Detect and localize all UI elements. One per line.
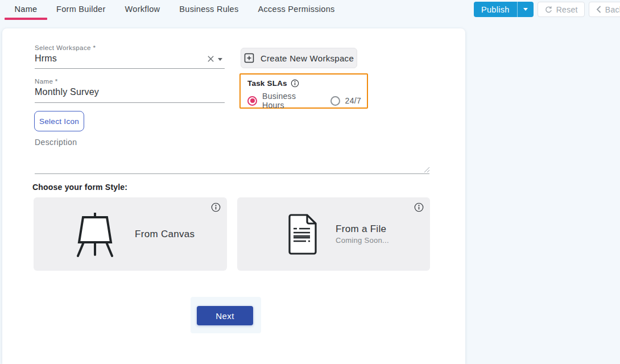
next-button[interactable]: Next xyxy=(197,306,253,325)
workspace-dropdown-button[interactable] xyxy=(217,57,224,61)
tab-business-rules[interactable]: Business Rules xyxy=(179,0,238,21)
workspace-select-label: Select Workspace * xyxy=(35,44,96,51)
info-icon[interactable] xyxy=(291,79,299,88)
name-field-value[interactable]: Monthly Survey xyxy=(35,87,99,97)
tab-access-permissions[interactable]: Access Permissions xyxy=(258,0,335,21)
description-textarea[interactable] xyxy=(35,148,429,173)
reset-button[interactable]: Reset xyxy=(538,2,585,17)
name-underline xyxy=(35,102,225,103)
tab-bar: Name Form Builder Workflow Business Rule… xyxy=(5,0,354,21)
workspace-select-value[interactable]: Hrms xyxy=(35,53,57,64)
workspace-underline xyxy=(35,68,225,69)
tab-name[interactable]: Name xyxy=(5,0,47,21)
plus-square-icon xyxy=(244,53,254,63)
page: Name Form Builder Workflow Business Rule… xyxy=(0,0,620,364)
radio-selected-icon xyxy=(247,96,257,106)
style-card-from-file[interactable]: From a File Coming Soon... xyxy=(237,197,430,271)
chevron-left-icon xyxy=(596,6,601,13)
info-icon[interactable] xyxy=(211,202,221,212)
refresh-icon xyxy=(544,6,552,14)
name-field-label: Name * xyxy=(35,78,58,85)
description-label: Description xyxy=(35,138,77,147)
easel-icon xyxy=(73,212,117,257)
card-subtitle: Coming Soon... xyxy=(336,236,389,245)
header-actions: Publish Reset Back xyxy=(474,2,620,17)
radio-option-label: 24/7 xyxy=(345,96,361,105)
card-title: From Canvas xyxy=(135,229,195,240)
publish-split-button: Publish xyxy=(474,2,534,17)
tab-form-builder[interactable]: Form Builder xyxy=(56,0,106,21)
clear-x-icon xyxy=(207,55,214,63)
back-button-label: Back xyxy=(605,5,620,14)
caret-down-icon xyxy=(523,8,528,11)
choose-form-style-label: Choose your form Style: xyxy=(32,183,127,192)
create-new-workspace-label: Create New Workspace xyxy=(261,53,354,63)
publish-dropdown-button[interactable] xyxy=(517,2,534,17)
card-title: From a File xyxy=(336,224,389,235)
radio-option-24-7[interactable]: 24/7 xyxy=(330,96,361,106)
tab-workflow[interactable]: Workflow xyxy=(125,0,160,21)
back-button[interactable]: Back xyxy=(589,2,620,17)
radio-option-label: Business Hours xyxy=(262,92,315,110)
create-new-workspace-button[interactable]: Create New Workspace xyxy=(241,48,357,68)
file-document-icon xyxy=(286,213,317,255)
form-panel: Select Workspace * Hrms Name * Monthly S… xyxy=(2,28,465,364)
description-underline xyxy=(35,173,429,174)
info-icon[interactable] xyxy=(414,202,424,212)
caret-down-icon xyxy=(218,58,222,61)
publish-button[interactable]: Publish xyxy=(474,2,517,17)
style-card-from-canvas[interactable]: From Canvas xyxy=(34,197,227,271)
radio-unselected-icon xyxy=(330,96,340,106)
radio-option-business-hours[interactable]: Business Hours xyxy=(247,92,315,110)
task-slas-label: Task SLAs xyxy=(247,79,287,88)
select-icon-button[interactable]: Select Icon xyxy=(34,111,84,131)
task-slas-box: Task SLAs Business Hours 24/7 xyxy=(239,73,368,109)
resize-handle-icon[interactable] xyxy=(424,167,430,173)
workspace-clear-button[interactable] xyxy=(206,54,215,63)
reset-button-label: Reset xyxy=(556,5,578,14)
